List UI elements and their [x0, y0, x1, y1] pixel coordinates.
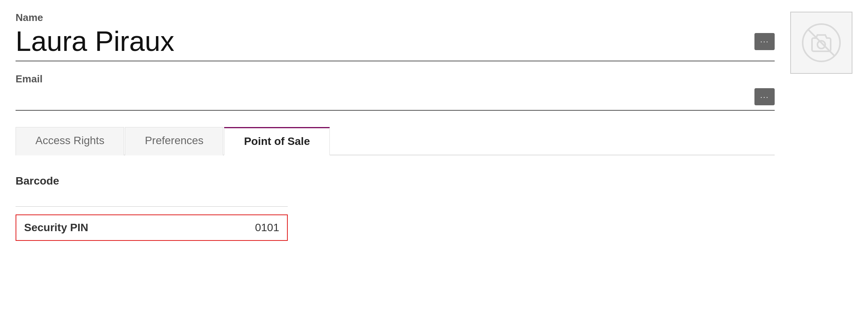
email-more-dots: ··· [760, 92, 769, 101]
main-content: Name Laura Piraux ··· Email ··· Access R… [16, 12, 852, 319]
name-label: Name [16, 12, 775, 24]
tab-preferences[interactable]: Preferences [125, 127, 223, 155]
email-more-button[interactable]: ··· [754, 88, 775, 105]
security-pin-value[interactable]: 0101 [255, 221, 279, 234]
barcode-row [16, 191, 288, 207]
tab-content-point-of-sale: Barcode Security PIN 0101 [16, 171, 775, 249]
email-row: ··· [16, 87, 775, 111]
page-container: Name Laura Piraux ··· Email ··· Access R… [0, 0, 868, 331]
security-pin-row: Security PIN 0101 [16, 214, 288, 241]
avatar[interactable] [790, 12, 852, 74]
email-label: Email [16, 73, 775, 85]
security-pin-label: Security PIN [24, 221, 255, 234]
email-section: Email ··· [16, 73, 775, 111]
tab-point-of-sale[interactable]: Point of Sale [224, 127, 330, 155]
barcode-label: Barcode [16, 175, 775, 187]
camera-icon [802, 23, 841, 62]
name-more-dots: ··· [760, 37, 769, 46]
tab-access-rights[interactable]: Access Rights [16, 127, 124, 155]
name-value: Laura Piraux [16, 26, 174, 57]
tabs-container: Access Rights Preferences Point of Sale [16, 126, 775, 155]
name-more-button[interactable]: ··· [754, 33, 775, 50]
name-row: Laura Piraux ··· [16, 26, 775, 61]
